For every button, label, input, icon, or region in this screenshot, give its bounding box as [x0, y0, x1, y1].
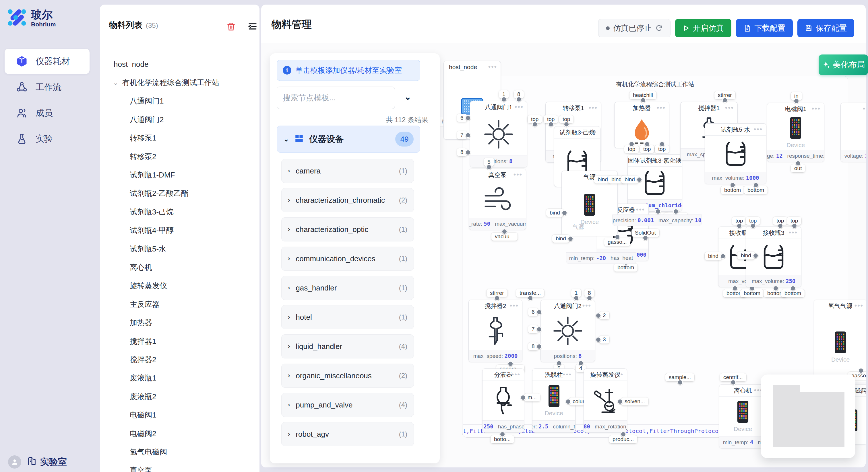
save-config-button[interactable]: 保存配置	[797, 19, 854, 37]
port-label[interactable]: m...	[524, 394, 540, 401]
sidebar-item-0[interactable]: 仪器耗材	[5, 49, 90, 74]
canvas-node-搅拌器2[interactable]: 搅拌器2•••max_speed: 2000stirrersepara...	[468, 300, 522, 362]
port-label[interactable]: vacuu...	[491, 233, 518, 241]
refresh-icon[interactable]	[655, 24, 663, 32]
port-label[interactable]: bottom	[614, 264, 638, 272]
tree-item-12[interactable]: 加热器	[100, 313, 259, 332]
node-menu-icon[interactable]: •••	[754, 125, 763, 133]
tree-item-0[interactable]: 八通阀门1	[100, 92, 259, 110]
port-label[interactable]: top	[559, 115, 574, 123]
port-label[interactable]: top	[732, 217, 746, 225]
node-menu-icon[interactable]: •••	[636, 206, 645, 214]
palette-group-organic_miscellaneous[interactable]: ›organic_miscellaneous(2)	[281, 364, 414, 388]
port-label[interactable]: centrif...	[720, 373, 746, 381]
tree-item-14[interactable]: 搅拌器2	[100, 350, 259, 369]
node-menu-icon[interactable]: •••	[582, 302, 591, 310]
palette-group-robot_agv[interactable]: ›robot_agv(1)	[281, 422, 414, 446]
delete-icon[interactable]	[226, 22, 236, 32]
canvas-node-真空泵[interactable]: 真空泵•••pump_rate: 50max_vacuum: 0.1vacuu.…	[469, 169, 526, 230]
port-label[interactable]: 6	[457, 114, 467, 122]
port-label[interactable]: top	[773, 217, 787, 225]
node-menu-icon[interactable]: •••	[589, 104, 598, 112]
node-menu-icon[interactable]: •••	[512, 370, 520, 378]
palette-group-hotel[interactable]: ›hotel(1)	[281, 305, 414, 329]
port-label[interactable]: top	[787, 217, 801, 225]
port-label[interactable]: 3	[599, 336, 609, 343]
node-menu-icon[interactable]: •••	[510, 302, 519, 310]
node-menu-icon[interactable]: •••	[789, 229, 798, 237]
port-label[interactable]: gasso...	[604, 238, 630, 246]
tree-item-20[interactable]: 真空泵	[100, 461, 259, 472]
tree-item-11[interactable]: 主反应器	[100, 295, 259, 313]
chevron-down-icon[interactable]: ⌄	[112, 79, 120, 87]
port-label[interactable]: 7	[528, 325, 538, 333]
node-menu-icon[interactable]: •••	[657, 104, 665, 112]
port-label[interactable]: sample...	[665, 373, 694, 381]
port-label[interactable]: stirrer	[714, 91, 735, 99]
sidebar-item-3[interactable]: 实验	[5, 126, 90, 151]
port-label[interactable]: solven...	[621, 398, 648, 405]
port-label[interactable]: bind	[705, 252, 722, 260]
port-label[interactable]: bottom	[740, 289, 764, 297]
tree-item-18[interactable]: 电磁阀2	[100, 425, 259, 443]
tree-item-3[interactable]: 转移泵2	[100, 147, 259, 166]
palette-group-gas_handler[interactable]: ›gas_handler(1)	[281, 276, 414, 300]
port-label[interactable]: 8	[584, 289, 594, 297]
tree-item-host-node[interactable]: host_node	[100, 55, 259, 73]
port-label[interactable]: SolidOut	[631, 229, 659, 237]
tree-item-13[interactable]: 搅拌器1	[100, 332, 259, 350]
palette-group-pump_and_valve[interactable]: ›pump_and_valve(4)	[281, 393, 414, 417]
node-menu-icon[interactable]: •••	[514, 171, 522, 179]
canvas-node-八通阀门2[interactable]: 八通阀门2•••positions: 8transfe...186782354	[540, 300, 595, 362]
node-menu-icon[interactable]: •••	[855, 302, 863, 310]
palette-group-characterization_optic[interactable]: ›characterization_optic(1)	[281, 217, 414, 241]
tree-item-2[interactable]: 转移泵1	[100, 129, 259, 147]
port-label[interactable]: top	[544, 115, 558, 123]
palette-group-characterization_chromatic[interactable]: ›characterization_chromatic(2)	[281, 188, 414, 212]
port-label[interactable]: bind	[552, 235, 569, 243]
port-label[interactable]: top	[528, 115, 542, 123]
port-label[interactable]: bottom	[721, 186, 744, 194]
tree-item-19[interactable]: 氢气电磁阀	[100, 443, 259, 461]
port-label[interactable]: transfe...	[516, 289, 544, 297]
preview-popup[interactable]	[761, 374, 856, 458]
tree-item-10[interactable]: 旋转蒸发仪	[100, 277, 259, 295]
port-label[interactable]: 1	[571, 289, 581, 297]
port-label[interactable]: out	[791, 164, 805, 172]
tree-item-station[interactable]: ⌄有机化学流程综合测试工作站	[100, 73, 259, 92]
port-label[interactable]: 8	[514, 90, 524, 98]
beautify-layout-button[interactable]: 美化布局	[818, 55, 868, 75]
node-menu-icon[interactable]: •••	[725, 104, 734, 112]
lab-label[interactable]: 实验室	[40, 456, 67, 468]
port-label[interactable]: bottom	[744, 186, 768, 194]
port-label[interactable]: in	[791, 92, 802, 100]
sim-status-pill[interactable]: 仿真已停止	[598, 19, 671, 37]
canvas-node-分液器[interactable]: 分液器•••volume: 250has_phases: truebotto..…	[482, 369, 524, 433]
node-menu-icon[interactable]: •••	[863, 105, 866, 113]
node-menu-icon[interactable]: •••	[515, 103, 524, 111]
sidebar-item-1[interactable]: 工作流	[5, 74, 90, 100]
tree-item-9[interactable]: 离心机	[100, 258, 259, 276]
canvas-node-八通阀门1[interactable]: 八通阀门1•••positions: 818678	[470, 101, 527, 167]
avatar[interactable]	[8, 456, 21, 469]
palette-group-camera[interactable]: ›camera(1)	[281, 159, 414, 183]
port-label[interactable]: 2	[599, 311, 609, 319]
canvas-node-旋转蒸发仪[interactable]: 旋转蒸发仪•••temp: 180max_rotation_speed:prod…	[584, 369, 627, 433]
canvas-node-10[interactable]: •••voltage: 12	[840, 103, 866, 162]
node-menu-icon[interactable]: •••	[670, 156, 678, 164]
node-menu-icon[interactable]: •••	[855, 386, 864, 394]
palette-group-communication_devices[interactable]: ›communication_devices(1)	[281, 247, 414, 271]
port-label[interactable]: produc...	[609, 435, 637, 443]
canvas-node-电磁阀1[interactable]: 电磁阀1•••Devicevoltage: 12response_time: 0…	[767, 103, 825, 162]
port-label[interactable]: 1	[499, 90, 509, 98]
palette-collapse-icon[interactable]: ⌄	[404, 92, 411, 102]
tree-item-15[interactable]: 废液瓶1	[100, 369, 259, 387]
start-simulation-button[interactable]: 开启仿真	[675, 19, 732, 37]
download-config-button[interactable]: 下载配置	[736, 19, 793, 37]
port-label[interactable]: bind	[546, 209, 563, 217]
tree-item-4[interactable]: 试剂瓶1-DMF	[100, 166, 259, 184]
node-menu-icon[interactable]: •••	[488, 63, 497, 71]
port-label[interactable]: stirrer	[487, 289, 507, 297]
port-label[interactable]: bind	[737, 251, 755, 260]
port-label[interactable]: top	[640, 145, 654, 153]
